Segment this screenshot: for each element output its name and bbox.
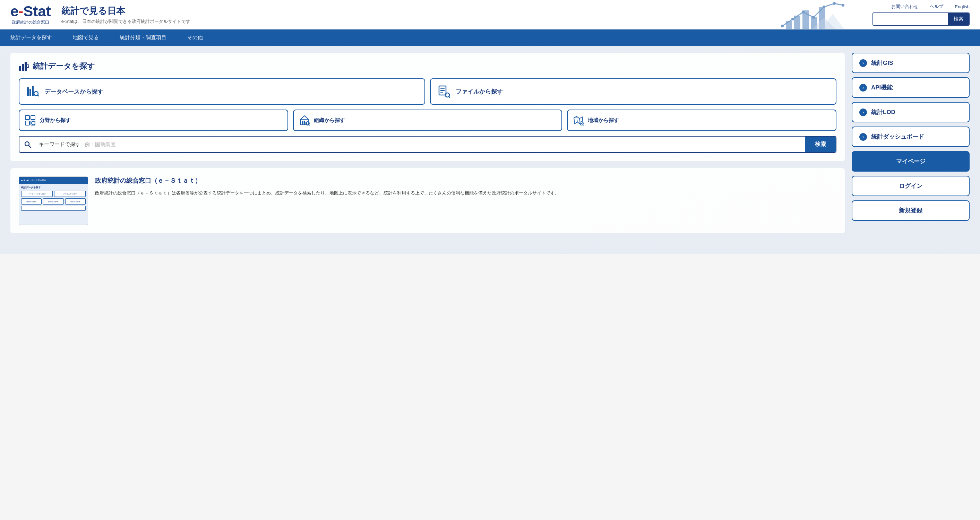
svg-point-8 [812, 16, 815, 19]
header-links: お問い合わせ ｜ ヘルプ ｜ English [891, 3, 970, 10]
database-search-button[interactable]: データベースから探す [19, 78, 425, 105]
chevron-icon: › [859, 133, 867, 141]
header-search: 検索 [872, 13, 970, 25]
contact-link[interactable]: お問い合わせ [891, 3, 918, 10]
bar-chart-icon [19, 61, 29, 72]
header-search-input[interactable] [873, 13, 948, 25]
mypage-button[interactable]: マイページ [852, 151, 970, 172]
nav-item-other[interactable]: その他 [177, 29, 213, 46]
svg-line-46 [583, 125, 584, 126]
help-link[interactable]: ヘルプ [930, 3, 943, 10]
svg-point-5 [781, 25, 784, 27]
svg-line-42 [309, 125, 310, 126]
info-text: 政府統計の総合窓口（ｅ－Ｓｔａｔ） 政府統計の総合窓口（ｅ－Ｓｔａｔ）は各府省等… [95, 177, 559, 225]
database-icon [26, 85, 39, 98]
organization-search-button[interactable]: 組織から探す [293, 110, 563, 131]
info-section: e-Stat 統計で見る日本 統計データを探す データベースから探す ファイルか… [10, 168, 845, 233]
header-center: 統計で見る日本 e-Statは、日本の統計が閲覧できる政府統計ポータルサイトです [51, 5, 872, 25]
site-screenshot: e-Stat 統計で見る日本 統計データを探す データベースから探す ファイルか… [19, 177, 88, 225]
lod-link[interactable]: › 統計LOD [852, 102, 970, 122]
main-nav: 統計データを探す 地図で見る 統計分類・調査項目 その他 [0, 29, 980, 46]
english-link[interactable]: English [955, 4, 970, 10]
svg-line-48 [29, 145, 31, 147]
organization-icon [299, 115, 310, 126]
svg-rect-15 [22, 64, 24, 71]
logo-area: e-Stat 政府統計の総合窓口 [10, 4, 51, 25]
logo-subtitle: 政府統計の総合窓口 [12, 19, 49, 25]
keyword-search-input[interactable] [83, 137, 805, 152]
category-search-button[interactable]: 分野から探す [19, 110, 288, 131]
svg-point-10 [833, 2, 836, 5]
svg-point-6 [791, 17, 794, 21]
header: e-Stat 政府統計の総合窓口 統計で見る日本 e-Statは、日本の統計が閲… [0, 0, 980, 29]
nav-item-classification[interactable]: 統計分類・調査項目 [109, 29, 177, 46]
site-title: 統計で見る日本 [61, 5, 872, 17]
nav-item-map[interactable]: 地図で見る [62, 29, 109, 46]
category-icon [25, 115, 35, 126]
gis-link[interactable]: › 統計GIS [852, 53, 970, 73]
svg-rect-31 [31, 115, 35, 119]
file-search-button[interactable]: ファイルから探す [430, 78, 837, 105]
svg-rect-19 [27, 87, 29, 96]
site-logo[interactable]: e-Stat [10, 4, 51, 19]
site-description: e-Statは、日本の統計が閲覧できる政府統計ポータルサイトです [61, 18, 872, 25]
main-content: 統計データを探す データベースから探す [0, 46, 980, 254]
chart-decoration [779, 0, 848, 29]
keyword-search: キーワードで探す 検索 [19, 136, 837, 153]
chevron-icon: › [859, 84, 867, 92]
info-title: 政府統計の総合窓口（ｅ－Ｓｔａｔ） [95, 177, 559, 185]
nav-item-stats-search[interactable]: 統計データを探す [0, 29, 62, 46]
header-search-button[interactable]: 検索 [948, 13, 969, 25]
register-button[interactable]: 新規登録 [852, 200, 970, 221]
svg-rect-39 [304, 121, 305, 125]
svg-rect-14 [19, 66, 21, 71]
svg-rect-38 [302, 121, 304, 125]
sidebar: › 統計GIS › API機能 › 統計LOD › 統計ダッシュボード マイペー… [852, 53, 970, 247]
search-buttons-grid: データベースから探す ファイルから探す [19, 78, 837, 105]
stats-search-title: 統計データを探す [19, 61, 837, 72]
file-icon [438, 85, 450, 98]
chevron-icon: › [859, 59, 867, 67]
search-icon [19, 137, 36, 152]
main-left: 統計データを探す データベースから探す [10, 53, 845, 247]
chevron-icon: › [859, 108, 867, 116]
region-search-button[interactable]: 地域から探す [567, 110, 837, 131]
svg-marker-37 [301, 116, 308, 119]
svg-line-23 [38, 95, 39, 96]
region-icon [573, 115, 584, 126]
info-body: 政府統計の総合窓口（ｅ－Ｓｔａｔ）は各府省等が公表する統計データを一つにまとめ、… [95, 189, 559, 197]
keyword-search-button[interactable]: 検索 [805, 137, 836, 152]
svg-point-9 [822, 6, 825, 8]
svg-point-7 [802, 11, 805, 14]
svg-line-18 [29, 67, 29, 68]
svg-rect-20 [29, 89, 31, 96]
svg-rect-21 [32, 86, 33, 96]
search-buttons-row: 分野から探す 組織から探す [19, 110, 837, 131]
svg-rect-30 [25, 115, 29, 119]
svg-point-11 [842, 4, 845, 6]
login-button[interactable]: ログイン [852, 176, 970, 196]
svg-rect-32 [25, 121, 29, 125]
dashboard-link[interactable]: › 統計ダッシュボード [852, 127, 970, 147]
stats-search-section: 統計データを探す データベースから探す [10, 53, 845, 161]
api-link[interactable]: › API機能 [852, 77, 970, 98]
header-right: お問い合わせ ｜ ヘルプ ｜ English 検索 [872, 3, 970, 25]
svg-line-29 [449, 97, 450, 98]
keyword-label: キーワードで探す [36, 137, 83, 152]
